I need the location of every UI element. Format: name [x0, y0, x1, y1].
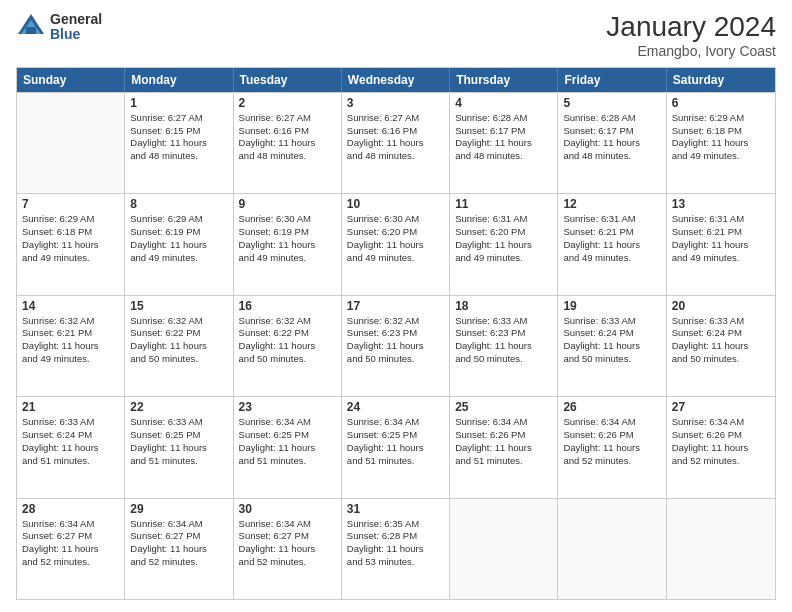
- day-info: Sunrise: 6:32 AM Sunset: 6:23 PM Dayligh…: [347, 315, 444, 366]
- calendar-header: SundayMondayTuesdayWednesdayThursdayFrid…: [17, 68, 775, 92]
- calendar-cell: 28Sunrise: 6:34 AM Sunset: 6:27 PM Dayli…: [17, 499, 125, 599]
- day-number: 15: [130, 299, 227, 313]
- day-info: Sunrise: 6:27 AM Sunset: 6:16 PM Dayligh…: [347, 112, 444, 163]
- day-number: 11: [455, 197, 552, 211]
- day-number: 20: [672, 299, 770, 313]
- day-info: Sunrise: 6:31 AM Sunset: 6:21 PM Dayligh…: [672, 213, 770, 264]
- day-info: Sunrise: 6:29 AM Sunset: 6:18 PM Dayligh…: [22, 213, 119, 264]
- calendar-cell: 14Sunrise: 6:32 AM Sunset: 6:21 PM Dayli…: [17, 296, 125, 396]
- calendar-cell: 18Sunrise: 6:33 AM Sunset: 6:23 PM Dayli…: [450, 296, 558, 396]
- logo-general: General: [50, 12, 102, 27]
- day-number: 16: [239, 299, 336, 313]
- page: General Blue January 2024 Emangbo, Ivory…: [0, 0, 792, 612]
- calendar-cell: 23Sunrise: 6:34 AM Sunset: 6:25 PM Dayli…: [234, 397, 342, 497]
- day-info: Sunrise: 6:34 AM Sunset: 6:27 PM Dayligh…: [22, 518, 119, 569]
- day-number: 1: [130, 96, 227, 110]
- day-number: 30: [239, 502, 336, 516]
- day-info: Sunrise: 6:32 AM Sunset: 6:22 PM Dayligh…: [130, 315, 227, 366]
- day-number: 22: [130, 400, 227, 414]
- main-title: January 2024: [606, 12, 776, 43]
- day-number: 21: [22, 400, 119, 414]
- calendar-cell: 26Sunrise: 6:34 AM Sunset: 6:26 PM Dayli…: [558, 397, 666, 497]
- calendar-week-row: 21Sunrise: 6:33 AM Sunset: 6:24 PM Dayli…: [17, 396, 775, 497]
- day-info: Sunrise: 6:29 AM Sunset: 6:19 PM Dayligh…: [130, 213, 227, 264]
- title-block: January 2024 Emangbo, Ivory Coast: [606, 12, 776, 59]
- day-info: Sunrise: 6:28 AM Sunset: 6:17 PM Dayligh…: [455, 112, 552, 163]
- day-number: 31: [347, 502, 444, 516]
- calendar-cell: 22Sunrise: 6:33 AM Sunset: 6:25 PM Dayli…: [125, 397, 233, 497]
- logo-text: General Blue: [50, 12, 102, 43]
- calendar-cell: 19Sunrise: 6:33 AM Sunset: 6:24 PM Dayli…: [558, 296, 666, 396]
- calendar-cell: [667, 499, 775, 599]
- day-number: 28: [22, 502, 119, 516]
- day-info: Sunrise: 6:27 AM Sunset: 6:15 PM Dayligh…: [130, 112, 227, 163]
- svg-rect-2: [26, 27, 36, 34]
- calendar-week-row: 14Sunrise: 6:32 AM Sunset: 6:21 PM Dayli…: [17, 295, 775, 396]
- calendar-header-cell: Tuesday: [234, 68, 342, 92]
- calendar: SundayMondayTuesdayWednesdayThursdayFrid…: [16, 67, 776, 600]
- day-info: Sunrise: 6:33 AM Sunset: 6:24 PM Dayligh…: [563, 315, 660, 366]
- calendar-cell: 7Sunrise: 6:29 AM Sunset: 6:18 PM Daylig…: [17, 194, 125, 294]
- calendar-cell: 13Sunrise: 6:31 AM Sunset: 6:21 PM Dayli…: [667, 194, 775, 294]
- calendar-cell: 4Sunrise: 6:28 AM Sunset: 6:17 PM Daylig…: [450, 93, 558, 193]
- day-info: Sunrise: 6:27 AM Sunset: 6:16 PM Dayligh…: [239, 112, 336, 163]
- day-info: Sunrise: 6:34 AM Sunset: 6:26 PM Dayligh…: [563, 416, 660, 467]
- day-number: 18: [455, 299, 552, 313]
- day-info: Sunrise: 6:34 AM Sunset: 6:27 PM Dayligh…: [239, 518, 336, 569]
- logo-icon: [16, 12, 46, 42]
- day-number: 4: [455, 96, 552, 110]
- calendar-cell: 24Sunrise: 6:34 AM Sunset: 6:25 PM Dayli…: [342, 397, 450, 497]
- day-number: 5: [563, 96, 660, 110]
- calendar-cell: 11Sunrise: 6:31 AM Sunset: 6:20 PM Dayli…: [450, 194, 558, 294]
- day-number: 29: [130, 502, 227, 516]
- day-info: Sunrise: 6:33 AM Sunset: 6:24 PM Dayligh…: [672, 315, 770, 366]
- day-number: 24: [347, 400, 444, 414]
- day-info: Sunrise: 6:31 AM Sunset: 6:21 PM Dayligh…: [563, 213, 660, 264]
- calendar-header-cell: Thursday: [450, 68, 558, 92]
- day-number: 10: [347, 197, 444, 211]
- day-number: 27: [672, 400, 770, 414]
- day-number: 3: [347, 96, 444, 110]
- calendar-cell: 3Sunrise: 6:27 AM Sunset: 6:16 PM Daylig…: [342, 93, 450, 193]
- day-info: Sunrise: 6:35 AM Sunset: 6:28 PM Dayligh…: [347, 518, 444, 569]
- day-number: 23: [239, 400, 336, 414]
- calendar-cell: 30Sunrise: 6:34 AM Sunset: 6:27 PM Dayli…: [234, 499, 342, 599]
- day-number: 7: [22, 197, 119, 211]
- day-number: 26: [563, 400, 660, 414]
- subtitle: Emangbo, Ivory Coast: [606, 43, 776, 59]
- calendar-header-cell: Monday: [125, 68, 233, 92]
- calendar-cell: 6Sunrise: 6:29 AM Sunset: 6:18 PM Daylig…: [667, 93, 775, 193]
- day-number: 6: [672, 96, 770, 110]
- calendar-cell: 1Sunrise: 6:27 AM Sunset: 6:15 PM Daylig…: [125, 93, 233, 193]
- calendar-cell: 5Sunrise: 6:28 AM Sunset: 6:17 PM Daylig…: [558, 93, 666, 193]
- calendar-header-cell: Friday: [558, 68, 666, 92]
- logo-blue: Blue: [50, 27, 102, 42]
- calendar-cell: [17, 93, 125, 193]
- calendar-cell: 25Sunrise: 6:34 AM Sunset: 6:26 PM Dayli…: [450, 397, 558, 497]
- calendar-week-row: 7Sunrise: 6:29 AM Sunset: 6:18 PM Daylig…: [17, 193, 775, 294]
- day-info: Sunrise: 6:30 AM Sunset: 6:19 PM Dayligh…: [239, 213, 336, 264]
- day-info: Sunrise: 6:34 AM Sunset: 6:26 PM Dayligh…: [672, 416, 770, 467]
- day-info: Sunrise: 6:34 AM Sunset: 6:25 PM Dayligh…: [239, 416, 336, 467]
- calendar-cell: [558, 499, 666, 599]
- calendar-cell: [450, 499, 558, 599]
- day-info: Sunrise: 6:32 AM Sunset: 6:21 PM Dayligh…: [22, 315, 119, 366]
- day-info: Sunrise: 6:33 AM Sunset: 6:25 PM Dayligh…: [130, 416, 227, 467]
- calendar-cell: 2Sunrise: 6:27 AM Sunset: 6:16 PM Daylig…: [234, 93, 342, 193]
- calendar-week-row: 1Sunrise: 6:27 AM Sunset: 6:15 PM Daylig…: [17, 92, 775, 193]
- calendar-cell: 21Sunrise: 6:33 AM Sunset: 6:24 PM Dayli…: [17, 397, 125, 497]
- day-info: Sunrise: 6:34 AM Sunset: 6:25 PM Dayligh…: [347, 416, 444, 467]
- calendar-cell: 9Sunrise: 6:30 AM Sunset: 6:19 PM Daylig…: [234, 194, 342, 294]
- day-info: Sunrise: 6:34 AM Sunset: 6:26 PM Dayligh…: [455, 416, 552, 467]
- day-number: 12: [563, 197, 660, 211]
- calendar-header-cell: Sunday: [17, 68, 125, 92]
- header: General Blue January 2024 Emangbo, Ivory…: [16, 12, 776, 59]
- calendar-cell: 29Sunrise: 6:34 AM Sunset: 6:27 PM Dayli…: [125, 499, 233, 599]
- day-number: 8: [130, 197, 227, 211]
- day-number: 19: [563, 299, 660, 313]
- day-number: 2: [239, 96, 336, 110]
- calendar-header-cell: Saturday: [667, 68, 775, 92]
- calendar-cell: 12Sunrise: 6:31 AM Sunset: 6:21 PM Dayli…: [558, 194, 666, 294]
- calendar-cell: 16Sunrise: 6:32 AM Sunset: 6:22 PM Dayli…: [234, 296, 342, 396]
- calendar-cell: 10Sunrise: 6:30 AM Sunset: 6:20 PM Dayli…: [342, 194, 450, 294]
